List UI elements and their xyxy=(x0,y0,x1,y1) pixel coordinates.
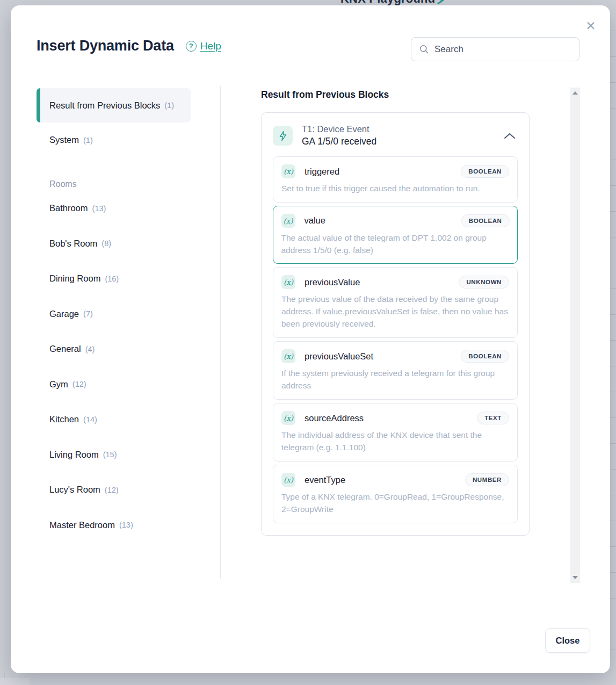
dialog-title: Insert Dynamic Data xyxy=(37,38,174,54)
trigger-block-card: T1: Device Event GA 1/5/0 received (x) t… xyxy=(261,112,530,536)
variable-description: The previous value of the data received … xyxy=(281,293,509,330)
variable-name: triggered xyxy=(305,167,452,177)
vertical-divider xyxy=(220,86,221,579)
variable-header: (x) value BOOLEAN xyxy=(281,213,510,229)
sidebar-item-room[interactable]: Gym (12) xyxy=(37,367,191,402)
block-title: T1: Device Event xyxy=(302,124,495,134)
help-link[interactable]: ? Help xyxy=(186,40,221,52)
variable-header: (x) eventType NUMBER xyxy=(281,472,509,488)
room-label: Gym xyxy=(49,379,68,390)
room-count: (12) xyxy=(105,486,119,494)
variable-header: (x) previousValue UNKNOWN xyxy=(281,274,509,290)
sidebar-item-count: (1) xyxy=(164,101,174,110)
chevron-up-icon[interactable] xyxy=(504,132,516,140)
variable-icon: (x) xyxy=(281,214,295,228)
question-mark-icon: ? xyxy=(186,41,197,52)
sidebar-item-room[interactable]: Bathroom (13) xyxy=(37,191,191,226)
variable-item[interactable]: (x) previousValueSet BOOLEAN If the syst… xyxy=(273,341,518,400)
variable-name: value xyxy=(305,215,452,226)
room-count: (16) xyxy=(105,275,119,283)
type-badge: BOOLEAN xyxy=(461,350,509,363)
sidebar-item-label: System xyxy=(49,135,79,145)
chevron-right-icon xyxy=(437,0,444,4)
room-count: (14) xyxy=(83,415,97,424)
variable-item[interactable]: (x) eventType NUMBER Type of a KNX teleg… xyxy=(273,465,518,523)
room-count: (15) xyxy=(103,450,117,459)
variable-icon: (x) xyxy=(281,164,295,178)
search-input[interactable] xyxy=(434,44,571,55)
room-label: Master Bedroom xyxy=(49,520,115,530)
insert-dynamic-data-dialog: ✕ Insert Dynamic Data ? Help Result from… xyxy=(11,5,610,673)
variable-name: previousValueSet xyxy=(305,351,452,362)
room-count: (8) xyxy=(102,239,111,248)
help-link-label: Help xyxy=(200,40,221,52)
block-titles: T1: Device Event GA 1/5/0 received xyxy=(302,124,495,147)
close-button[interactable]: Close xyxy=(545,628,590,653)
sidebar-item-room[interactable]: Bob's Room (8) xyxy=(37,226,191,262)
sidebar-item-room[interactable]: Kitchen (14) xyxy=(37,402,191,437)
search-icon xyxy=(419,44,429,54)
variable-item[interactable]: (x) value BOOLEAN The actual value of th… xyxy=(273,206,518,264)
sidebar-item[interactable]: Result from Previous Blocks (1) xyxy=(37,88,191,122)
room-label: Garage xyxy=(49,309,79,319)
sidebar-item-room[interactable]: Master Bedroom (13) xyxy=(37,508,191,543)
sidebar-item-room[interactable]: Garage (7) xyxy=(37,297,191,332)
variable-description: Type of a KNX telegram. 0=GroupRead, 1=G… xyxy=(281,491,509,515)
variable-icon: (x) xyxy=(281,275,295,289)
block-header[interactable]: T1: Device Event GA 1/5/0 received xyxy=(262,113,529,156)
variable-description: If the system previously received a tele… xyxy=(281,367,509,392)
type-badge: BOOLEAN xyxy=(461,214,510,227)
content-heading: Result from Previous Blocks xyxy=(261,89,389,100)
block-subtitle: GA 1/5/0 received xyxy=(302,136,495,147)
variable-header: (x) triggered BOOLEAN xyxy=(281,163,509,179)
variable-item[interactable]: (x) triggered BOOLEAN Set to true if thi… xyxy=(273,156,518,203)
room-label: General xyxy=(49,344,81,354)
rooms-section-header: Rooms xyxy=(37,178,191,191)
room-label: Kitchen xyxy=(49,414,79,424)
room-count: (13) xyxy=(92,204,106,213)
room-label: Living Room xyxy=(49,450,99,460)
sidebar-item-room[interactable]: Living Room (15) xyxy=(37,437,191,473)
sidebar-top-items: Result from Previous Blocks (1) System (… xyxy=(37,88,191,157)
variable-name: eventType xyxy=(305,475,456,485)
room-count: (13) xyxy=(119,521,133,529)
content-scrollbar[interactable] xyxy=(570,88,580,583)
sidebar-item-label: Result from Previous Blocks xyxy=(49,100,160,111)
variable-icon: (x) xyxy=(281,473,295,487)
variable-icon: (x) xyxy=(281,411,295,425)
room-count: (4) xyxy=(85,345,95,354)
lightning-bolt-icon xyxy=(273,126,293,146)
category-sidebar: Result from Previous Blocks (1) System (… xyxy=(37,88,191,543)
sidebar-item-count: (1) xyxy=(83,136,93,145)
scroll-up-arrow-icon[interactable] xyxy=(572,91,578,95)
background-table-edge xyxy=(610,5,616,673)
type-badge: BOOLEAN xyxy=(461,165,509,178)
variable-header: (x) sourceAddress TEXT xyxy=(281,410,509,426)
type-badge: UNKNOWN xyxy=(459,276,509,289)
variable-item[interactable]: (x) previousValue UNKNOWN The previous v… xyxy=(273,267,518,338)
variable-name: sourceAddress xyxy=(305,413,468,423)
type-badge: NUMBER xyxy=(465,473,509,486)
background-app-title: KNX Playground xyxy=(340,0,435,5)
variable-item[interactable]: (x) sourceAddress TEXT The individual ad… xyxy=(273,403,518,462)
scroll-down-arrow-icon[interactable] xyxy=(572,576,578,579)
room-label: Bob's Room xyxy=(49,239,97,249)
room-label: Lucy's Room xyxy=(49,485,100,495)
sidebar-item-room[interactable]: Lucy's Room (12) xyxy=(37,472,191,508)
variable-description: The actual value of the telegram of DPT … xyxy=(281,232,510,256)
variable-icon: (x) xyxy=(281,349,295,363)
close-icon[interactable]: ✕ xyxy=(583,18,598,33)
sidebar-item-room[interactable]: General (4) xyxy=(37,331,191,367)
sidebar-item[interactable]: System (1) xyxy=(37,122,191,157)
variable-header: (x) previousValueSet BOOLEAN xyxy=(281,348,509,364)
variable-description: Set to true if this trigger caused the a… xyxy=(281,182,509,194)
rooms-list: Bathroom (13) Bob's Room (8) Dining Room… xyxy=(37,191,191,543)
sidebar-item-room[interactable]: Dining Room (16) xyxy=(37,261,191,297)
variable-description: The individual address of the KNX device… xyxy=(281,429,509,453)
room-count: (12) xyxy=(73,380,86,388)
room-count: (7) xyxy=(83,309,93,318)
room-label: Dining Room xyxy=(49,273,100,284)
variables-list: (x) triggered BOOLEAN Set to true if thi… xyxy=(262,156,529,535)
search-box[interactable] xyxy=(411,37,579,61)
dialog-header: Insert Dynamic Data ? Help xyxy=(37,38,221,54)
